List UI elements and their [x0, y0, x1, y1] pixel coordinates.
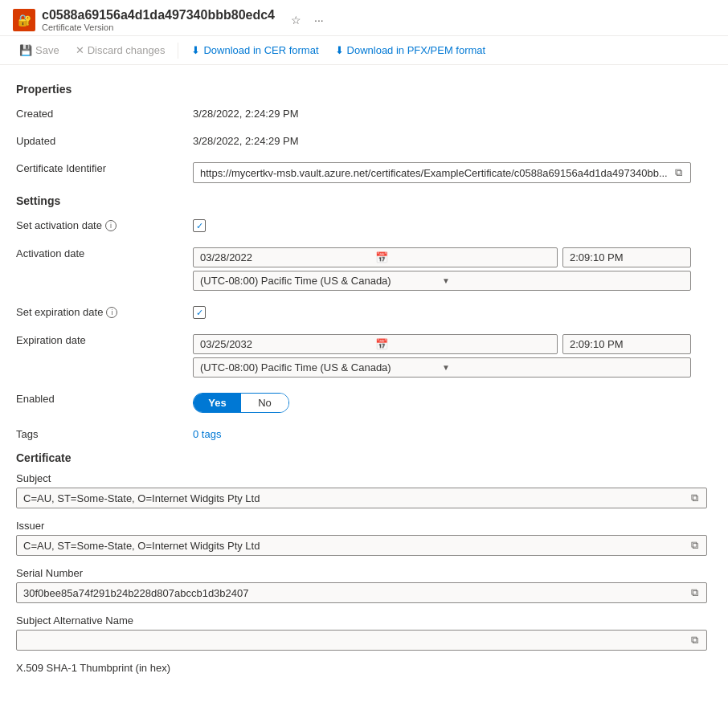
save-button[interactable]: 💾 Save: [13, 41, 66, 59]
discard-icon: ✕: [76, 44, 84, 56]
created-value: 3/28/2022, 2:24:29 PM: [193, 104, 707, 120]
serial-group: Serial Number 30f0bee85a74f291b24b228d80…: [16, 567, 707, 603]
page-title: c0588a69156a4d1da497340bbb80edc4: [42, 8, 275, 22]
copy-san-button[interactable]: ⧉: [689, 634, 700, 647]
header-icon: 🔐: [13, 9, 35, 31]
activation-date-input[interactable]: 03/28/2022 📅: [193, 247, 558, 267]
cert-id-label: Certificate Identifier: [16, 158, 193, 174]
subject-label: Subject: [16, 472, 707, 484]
activation-date-text: 03/28/2022: [200, 251, 375, 263]
download-pfx-icon: ⬇: [335, 44, 344, 56]
settings-heading: Settings: [16, 194, 707, 207]
san-field: ⧉: [16, 630, 707, 651]
activation-timezone-dropdown[interactable]: (UTC-08:00) Pacific Time (US & Canada) ▼: [193, 271, 691, 291]
more-button[interactable]: ···: [311, 12, 327, 28]
set-activation-label: Set activation date i: [16, 215, 193, 231]
certificate-heading: Certificate: [16, 451, 707, 464]
main-content: Properties Created 3/28/2022, 2:24:29 PM…: [0, 65, 723, 687]
expiration-date-input[interactable]: 03/25/2032 📅: [193, 334, 558, 354]
download-cer-icon: ⬇: [191, 44, 200, 56]
tags-row: Tags 0 tags: [16, 424, 707, 440]
expiration-checkbox-container: [193, 306, 707, 319]
issuer-label: Issuer: [16, 520, 707, 532]
expiration-date-text: 03/25/2032: [200, 338, 375, 350]
set-expiration-info-icon: i: [106, 307, 117, 318]
activation-date-label: Activation date: [16, 243, 193, 259]
activation-checkbox-container: [193, 219, 707, 232]
expiration-calendar-icon: 📅: [375, 338, 550, 350]
set-activation-info-icon: i: [105, 220, 117, 231]
subject-field: C=AU, ST=Some-State, O=Internet Widgits …: [16, 488, 707, 508]
activation-timezone-text: (UTC-08:00) Pacific Time (US & Canada): [200, 275, 442, 287]
expiration-date-row: Expiration date 03/25/2032 📅 2:09:10 PM …: [16, 330, 707, 378]
subject-group: Subject C=AU, ST=Some-State, O=Internet …: [16, 472, 707, 508]
set-activation-value: [193, 215, 707, 232]
header-title-block: c0588a69156a4d1da497340bbb80edc4 Certifi…: [42, 8, 275, 32]
expiration-date-label: Expiration date: [16, 330, 193, 346]
discard-button[interactable]: ✕ Discard changes: [69, 41, 172, 59]
issuer-group: Issuer C=AU, ST=Some-State, O=Internet W…: [16, 520, 707, 556]
cert-id-box: https://mycertkv-msb.vault.azure.net/cer…: [193, 162, 691, 183]
page-subtitle: Certificate Version: [42, 22, 275, 32]
expiration-time-input[interactable]: 2:09:10 PM: [562, 334, 691, 354]
serial-label: Serial Number: [16, 567, 707, 579]
toggle-yes-option[interactable]: Yes: [194, 394, 241, 412]
expiration-timezone-dropdown[interactable]: (UTC-08:00) Pacific Time (US & Canada) ▼: [193, 357, 691, 378]
copy-serial-button[interactable]: ⧉: [689, 586, 700, 599]
issuer-field: C=AU, ST=Some-State, O=Internet Widgits …: [16, 535, 707, 556]
toolbar-divider: [178, 43, 178, 59]
serial-value: 30f0bee85a74f291b24b228d807abccb1d3b2407: [23, 587, 686, 599]
pin-button[interactable]: ☆: [288, 12, 305, 28]
properties-heading: Properties: [16, 83, 707, 96]
activation-date-time-row: 03/28/2022 📅 2:09:10 PM: [193, 247, 691, 267]
san-label: Subject Alternative Name: [16, 614, 707, 626]
san-group: Subject Alternative Name ⧉: [16, 614, 707, 651]
activation-checkbox[interactable]: [193, 219, 206, 232]
expiration-timezone-chevron-icon: ▼: [442, 363, 684, 372]
tags-value: 0 tags: [193, 424, 707, 440]
expiration-checkbox[interactable]: [193, 306, 206, 319]
tags-label: Tags: [16, 424, 193, 440]
thumbprint-label: X.509 SHA-1 Thumbprint (in hex): [16, 662, 707, 674]
copy-cert-id-button[interactable]: ⧉: [673, 166, 684, 179]
subject-value: C=AU, ST=Some-State, O=Internet Widgits …: [23, 492, 686, 504]
expiration-time-text: 2:09:10 PM: [570, 338, 624, 350]
updated-label: Updated: [16, 131, 193, 147]
created-label: Created: [16, 104, 193, 120]
cert-id-row: Certificate Identifier https://mycertkv-…: [16, 158, 707, 183]
activation-time-text: 2:09:10 PM: [570, 251, 624, 263]
serial-field: 30f0bee85a74f291b24b228d807abccb1d3b2407…: [16, 582, 707, 603]
enabled-row: Enabled Yes No: [16, 389, 707, 413]
toggle-no-option[interactable]: No: [241, 394, 288, 412]
activation-time-input[interactable]: 2:09:10 PM: [562, 247, 691, 267]
enabled-value: Yes No: [193, 389, 707, 413]
cert-id-text: https://mycertkv-msb.vault.azure.net/cer…: [200, 167, 670, 179]
enabled-toggle[interactable]: Yes No: [193, 393, 289, 413]
updated-value: 3/28/2022, 2:24:29 PM: [193, 131, 707, 147]
created-row: Created 3/28/2022, 2:24:29 PM: [16, 104, 707, 120]
enabled-label: Enabled: [16, 389, 193, 405]
updated-row: Updated 3/28/2022, 2:24:29 PM: [16, 131, 707, 147]
cert-id-value: https://mycertkv-msb.vault.azure.net/cer…: [193, 158, 707, 183]
set-expiration-row: Set expiration date i: [16, 302, 707, 319]
thumbprint-group: X.509 SHA-1 Thumbprint (in hex): [16, 662, 707, 674]
copy-issuer-button[interactable]: ⧉: [689, 539, 700, 552]
expiration-timezone-text: (UTC-08:00) Pacific Time (US & Canada): [200, 361, 442, 373]
download-cer-button[interactable]: ⬇ Download in CER format: [185, 41, 325, 59]
download-pfx-button[interactable]: ⬇ Download in PFX/PEM format: [329, 41, 493, 59]
activation-date-value: 03/28/2022 📅 2:09:10 PM (UTC-08:00) Paci…: [193, 243, 707, 291]
toolbar: 💾 Save ✕ Discard changes ⬇ Download in C…: [0, 35, 728, 65]
issuer-value: C=AU, ST=Some-State, O=Internet Widgits …: [23, 540, 686, 552]
activation-calendar-icon: 📅: [375, 251, 550, 263]
set-expiration-label: Set expiration date i: [16, 302, 193, 318]
set-activation-row: Set activation date i: [16, 215, 707, 232]
header-actions: ☆ ···: [288, 12, 327, 28]
set-expiration-value: [193, 302, 707, 319]
tags-link[interactable]: 0 tags: [193, 428, 221, 440]
expiration-date-value: 03/25/2032 📅 2:09:10 PM (UTC-08:00) Paci…: [193, 330, 707, 378]
expiration-date-time-row: 03/25/2032 📅 2:09:10 PM: [193, 334, 691, 354]
activation-timezone-chevron-icon: ▼: [442, 276, 684, 285]
copy-subject-button[interactable]: ⧉: [689, 492, 700, 504]
save-icon: 💾: [19, 44, 32, 56]
enabled-toggle-container: Yes No: [193, 393, 707, 413]
